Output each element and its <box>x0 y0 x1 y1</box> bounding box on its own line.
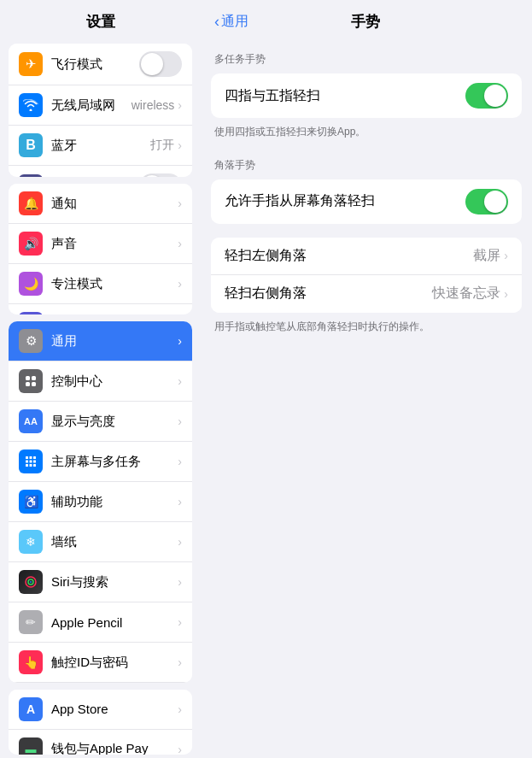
sounds-label: 声音 <box>51 236 178 252</box>
multitask-hint: 使用四指或五指轻扫来切换App。 <box>201 121 532 146</box>
settings-row-corner-swipe[interactable]: 允许手指从屏幕角落轻扫 <box>211 179 522 224</box>
focus-label: 专注模式 <box>51 276 178 292</box>
wallpaper-icon: ❄ <box>19 530 43 554</box>
homescreen-icon <box>19 450 43 473</box>
svg-rect-4 <box>26 456 28 459</box>
svg-rect-8 <box>30 461 32 463</box>
settings-group-multitask: 四指与五指轻扫 <box>211 73 522 118</box>
svg-rect-0 <box>26 376 30 380</box>
pencil-icon: ✏ <box>19 610 43 634</box>
sidebar-item-general[interactable]: ⚙ 通用 › <box>9 321 192 361</box>
settings-group-corner: 允许手指从屏幕角落轻扫 <box>211 179 522 224</box>
svg-rect-2 <box>26 382 30 386</box>
settings-row-swipe-right[interactable]: 轻扫右侧角落 快速备忘录 › <box>211 275 522 313</box>
wallpaper-label: 墙纸 <box>51 534 178 550</box>
sidebar-item-notifications[interactable]: 🔔 通知 › <box>9 184 192 224</box>
sidebar-item-touchid[interactable]: 👆 触控ID与密码 › <box>9 643 192 682</box>
siri-label: Siri与搜索 <box>51 574 178 591</box>
swipe-left-value: 截屏 <box>473 247 500 265</box>
settings-row-four-five-finger[interactable]: 四指与五指轻扫 <box>211 73 522 118</box>
wifi-chevron: › <box>178 98 182 112</box>
control-center-label: 控制中心 <box>51 373 178 390</box>
svg-rect-9 <box>33 461 36 463</box>
bluetooth-chevron: › <box>178 138 182 152</box>
siri-icon <box>19 570 43 594</box>
sidebar-item-airplane[interactable]: ✈ 飞行模式 <box>9 44 192 85</box>
wallet-icon: ▬ <box>19 737 43 755</box>
swipe-left-chevron: › <box>504 249 508 262</box>
sidebar-item-homescreen[interactable]: 主屏幕与多任务 › <box>9 442 192 482</box>
sidebar-item-bluetooth[interactable]: B 蓝牙 打开 › <box>9 126 192 166</box>
pencil-label: Apple Pencil <box>51 615 178 630</box>
sidebar-title: 设置 <box>0 0 201 40</box>
sidebar-group-network: ✈ 飞行模式 无线局域网 wireless <box>9 44 192 177</box>
swipe-right-value: 快速备忘录 <box>432 285 500 303</box>
control-center-icon <box>19 369 43 393</box>
sidebar: 设置 ✈ 飞行模式 <box>0 0 201 758</box>
sidebar-item-focus[interactable]: 🌙 专注模式 › <box>9 264 192 304</box>
vpn-toggle[interactable] <box>139 173 182 177</box>
svg-point-15 <box>30 581 32 583</box>
sidebar-item-wallet[interactable]: ▬ 钱包与Apple Pay › <box>9 730 192 755</box>
sidebar-item-pencil[interactable]: ✏ Apple Pencil › <box>9 602 192 643</box>
four-five-finger-toggle[interactable] <box>465 83 508 109</box>
general-label: 通用 <box>51 333 178 350</box>
general-icon: ⚙ <box>19 329 43 353</box>
svg-rect-10 <box>26 464 28 467</box>
appstore-label: App Store <box>51 702 178 716</box>
four-five-finger-label: 四指与五指轻扫 <box>225 87 465 105</box>
airplane-label: 飞行模式 <box>51 56 139 73</box>
airplane-toggle[interactable] <box>139 51 182 77</box>
settings-group-corner-actions: 轻扫左侧角落 截屏 › 轻扫右侧角落 快速备忘录 › <box>211 238 522 313</box>
appstore-icon: A <box>19 697 43 721</box>
svg-rect-6 <box>33 456 36 459</box>
notifications-label: 通知 <box>51 196 178 212</box>
accessibility-icon: ♿ <box>19 490 43 514</box>
sidebar-item-siri[interactable]: Siri与搜索 › <box>9 562 192 602</box>
sidebar-item-display[interactable]: AA 显示与亮度 › <box>9 402 192 442</box>
display-label: 显示与亮度 <box>51 414 178 430</box>
screen-time-icon: ⏱ <box>19 312 43 314</box>
bluetooth-label: 蓝牙 <box>51 138 150 154</box>
wallet-label: 钱包与Apple Pay <box>51 741 178 755</box>
sidebar-item-screen-time[interactable]: ⏱ 屏幕使用时间 › <box>9 304 192 314</box>
swipe-right-chevron: › <box>504 287 508 301</box>
bluetooth-icon: B <box>19 133 43 157</box>
touchid-label: 触控ID与密码 <box>51 655 178 671</box>
corner-swipe-toggle[interactable] <box>465 189 508 214</box>
touchid-icon: 👆 <box>19 650 43 674</box>
sidebar-item-wallpaper[interactable]: ❄ 墙纸 › <box>9 522 192 562</box>
back-chevron-icon: ‹ <box>214 13 219 31</box>
section-label-corner: 角落手势 <box>201 146 532 176</box>
svg-rect-3 <box>32 382 36 386</box>
sidebar-item-accessibility[interactable]: ♿ 辅助功能 › <box>9 482 192 522</box>
sidebar-item-wifi[interactable]: 无线局域网 wireless › <box>9 85 192 126</box>
wifi-value: wireless <box>132 98 175 112</box>
focus-icon: 🌙 <box>19 272 43 296</box>
sidebar-item-sounds[interactable]: 🔊 声音 › <box>9 224 192 264</box>
sidebar-item-appstore[interactable]: A App Store › <box>9 690 192 730</box>
swipe-right-label: 轻扫右侧角落 <box>225 285 432 303</box>
content-panel: ‹ 通用 手势 多任务手势 四指与五指轻扫 使用四指或五指轻扫来切换App。 角… <box>201 0 532 758</box>
swipe-left-label: 轻扫左侧角落 <box>225 247 473 265</box>
accessibility-label: 辅助功能 <box>51 494 178 510</box>
svg-rect-5 <box>30 456 32 459</box>
sidebar-group-apps: A App Store › ▬ 钱包与Apple Pay › <box>9 690 192 755</box>
sidebar-group-notifications: 🔔 通知 › 🔊 声音 › 🌙 专注模式 › <box>9 184 192 314</box>
corner-actions-hint: 用手指或触控笔从底部角落轻扫时执行的操作。 <box>201 316 532 341</box>
notifications-icon: 🔔 <box>19 191 43 215</box>
svg-rect-12 <box>33 464 36 467</box>
display-icon: AA <box>19 409 43 433</box>
wifi-label: 无线局域网 <box>51 97 132 114</box>
sounds-icon: 🔊 <box>19 232 43 256</box>
content-header: ‹ 通用 手势 <box>201 0 532 40</box>
sidebar-group-system: ⚙ 通用 › 控制中心 › AA <box>9 321 192 682</box>
back-label: 通用 <box>221 13 248 31</box>
sidebar-item-control-center[interactable]: 控制中心 › <box>9 361 192 402</box>
settings-row-swipe-left[interactable]: 轻扫左侧角落 截屏 › <box>211 238 522 275</box>
vpn-icon: VPN <box>19 174 43 177</box>
back-button[interactable]: ‹ 通用 <box>214 13 248 31</box>
svg-rect-7 <box>26 461 28 463</box>
sidebar-item-vpn[interactable]: VPN VPN <box>9 166 192 177</box>
airplane-icon: ✈ <box>19 52 43 76</box>
